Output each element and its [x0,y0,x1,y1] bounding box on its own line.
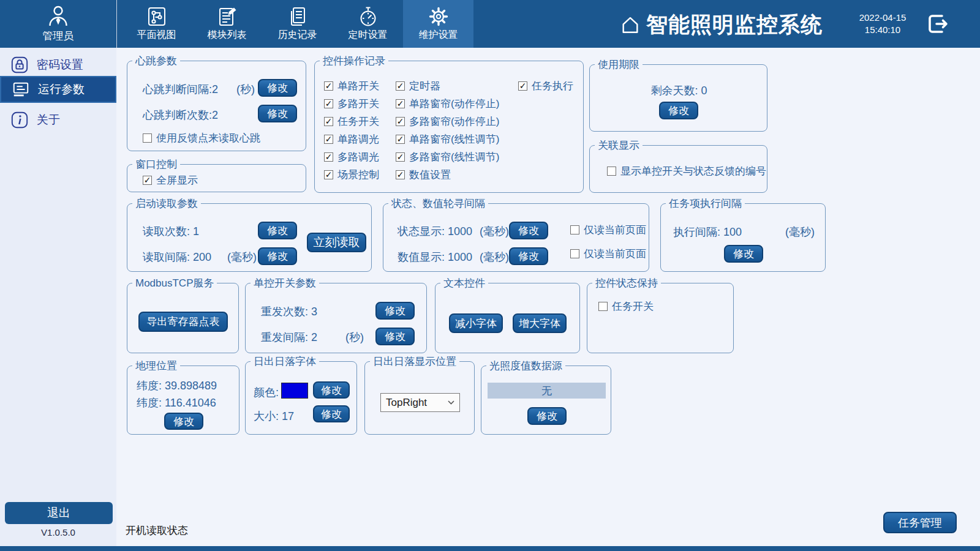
checkbox-label: 使用反馈点来读取心跳 [156,131,260,145]
increase-font-button[interactable]: 增大字体 [513,313,567,333]
tab-module-list[interactable]: 模块列表 [192,0,262,48]
group-startup-read: 启动读取参数 读取次数: 1 修改 读取间隔: 200 (毫秒) 修改 立刻读取 [127,203,372,272]
font-color-swatch[interactable] [281,383,308,399]
only-current-page-checkbox[interactable]: 仅读当前页面 [570,247,646,261]
font-size-label: 大小: 17 [254,409,294,424]
sidebar-item-label: 关于 [37,112,60,128]
record-checkbox[interactable]: 单路开关 [324,79,379,93]
checkbox-label: 显示单控开关与状态反馈的编号 [620,164,766,178]
record-checkbox[interactable]: 单路调光 [324,132,379,146]
modify-button[interactable]: 修改 [258,79,297,97]
modify-button[interactable]: 修改 [258,105,297,122]
nav-tabs: 平面视图 模块列表 历史记录 [121,0,473,48]
select-value: TopRight [386,397,427,409]
group-title: 控件状态保持 [592,276,661,290]
record-checkbox[interactable]: 场景控制 [324,168,379,182]
checkbox-label: 场景控制 [337,168,379,182]
checkbox-box [518,81,527,91]
group-heartbeat: 心跳参数 心跳判断间隔:2 (秒) 修改 心跳判断次数:2 修改 使用反馈点来读… [127,61,306,151]
group-control-record: 控件操作记录 单路开关 多路开关 任务开关 单路调光 多路调光 场景控制 定时器… [314,61,584,193]
modify-button[interactable]: 修改 [509,222,548,239]
fullscreen-checkbox[interactable]: 全屏显示 [143,173,198,187]
checkbox-label: 定时器 [409,79,440,93]
decrease-font-button[interactable]: 减小字体 [449,313,503,333]
record-checkbox[interactable]: 单路窗帘(线性调节) [396,132,499,146]
gear-icon [428,5,450,28]
record-checkbox[interactable]: 多路调光 [324,150,379,164]
modify-button[interactable]: 修改 [258,247,297,265]
record-checkbox[interactable]: 单路窗帘(动作停止) [396,97,499,111]
modify-button[interactable]: 修改 [659,102,698,119]
feedback-heartbeat-checkbox[interactable]: 使用反馈点来读取心跳 [143,131,260,145]
tab-timer-settings[interactable]: 定时设置 [333,0,403,48]
read-now-button[interactable]: 立刻读取 [307,233,366,252]
admin-user-block: 管理员 [0,0,116,48]
task-switch-checkbox[interactable]: 任务开关 [598,299,654,313]
record-checkbox[interactable]: 多路窗帘(动作停止) [396,114,499,129]
modify-button[interactable]: 修改 [164,413,203,430]
group-window-control: 窗口控制 全屏显示 [127,164,306,192]
history-icon [287,5,309,28]
checkbox-label: 多路窗帘(动作停止) [409,114,499,129]
tab-maintenance-settings[interactable]: 维护设置 [403,0,473,48]
record-checkbox[interactable]: 任务执行 [518,79,573,93]
checkbox-box [396,117,405,126]
show-switch-id-checkbox[interactable]: 显示单控开关与状态反馈的编号 [607,164,766,178]
startup-read-status-text: 开机读取状态 [126,523,188,538]
modify-button[interactable]: 修改 [375,328,415,345]
checkbox-box [143,176,152,185]
longitude-label: 纬度: 116.41046 [137,395,216,410]
sidebar-item-password-settings[interactable]: 密码设置 [0,51,116,78]
exec-interval-label: 执行间隔: 100 [673,225,742,239]
exec-interval-unit: (毫秒) [785,225,815,239]
header-date: 2022-04-15 [855,12,910,24]
record-checkbox[interactable]: 多路窗帘(线性调节) [396,150,499,164]
checkbox-box [143,133,152,143]
checkbox-box [396,81,405,91]
bottom-strip [0,546,980,551]
modify-button[interactable]: 修改 [527,407,567,425]
record-checkbox[interactable]: 数值设置 [396,168,451,182]
latitude-label: 纬度: 39.898489 [137,378,217,393]
modify-button[interactable]: 修改 [258,222,297,239]
exit-button[interactable]: 退出 [5,502,113,524]
group-sunrise-position: 日出日落显示位置 TopRight [364,361,475,435]
value-display-label: 数值显示: 1000 [398,250,472,264]
version-label: V1.0.5.0 [0,527,116,538]
sidebar-item-about[interactable]: 关于 [0,107,116,133]
group-title: 心跳参数 [132,54,180,68]
modify-button[interactable]: 修改 [313,381,350,399]
group-title: 地理位置 [132,359,180,373]
tab-history[interactable]: 历史记录 [262,0,333,48]
logout-icon[interactable] [924,10,951,37]
modify-button[interactable]: 修改 [375,302,415,320]
checkbox-label: 单路调光 [337,132,379,146]
modify-button[interactable]: 修改 [313,405,350,422]
checkbox-label: 单路窗帘(动作停止) [409,97,499,111]
timer-icon [357,5,379,28]
tab-label: 模块列表 [208,29,247,42]
tab-plan-view[interactable]: 平面视图 [121,0,192,48]
export-register-table-button[interactable]: 导出寄存器点表 [138,312,228,332]
record-checkbox[interactable]: 任务开关 [324,114,379,129]
group-sunrise-font: 日出日落字体 颜色: 修改 大小: 17 修改 [245,361,357,435]
record-checkbox[interactable]: 定时器 [396,79,440,93]
modify-button[interactable]: 修改 [509,247,548,265]
checkbox-label: 多路开关 [337,97,379,111]
sunrise-position-select[interactable]: TopRight [380,393,460,412]
tab-label: 平面视图 [137,29,176,42]
read-interval-unit: (毫秒) [227,250,257,264]
group-title: 启动读取参数 [132,197,201,211]
app-title: 智能照明监控系统 [646,10,823,39]
sidebar-item-run-params[interactable]: 运行参数 [0,76,116,103]
modify-button[interactable]: 修改 [724,245,763,263]
group-title: 控件操作记录 [320,54,388,68]
resend-count-label: 重发次数: 3 [261,304,317,319]
checkbox-label: 仅读当前页面 [584,223,646,237]
tab-label: 定时设置 [349,29,388,42]
only-current-page-checkbox[interactable]: 仅读当前页面 [570,223,646,237]
group-title: 状态、数值轮寻间隔 [388,197,488,211]
record-checkbox[interactable]: 多路开关 [324,97,379,111]
task-manage-button[interactable]: 任务管理 [883,512,957,533]
checkbox-box [396,135,405,144]
